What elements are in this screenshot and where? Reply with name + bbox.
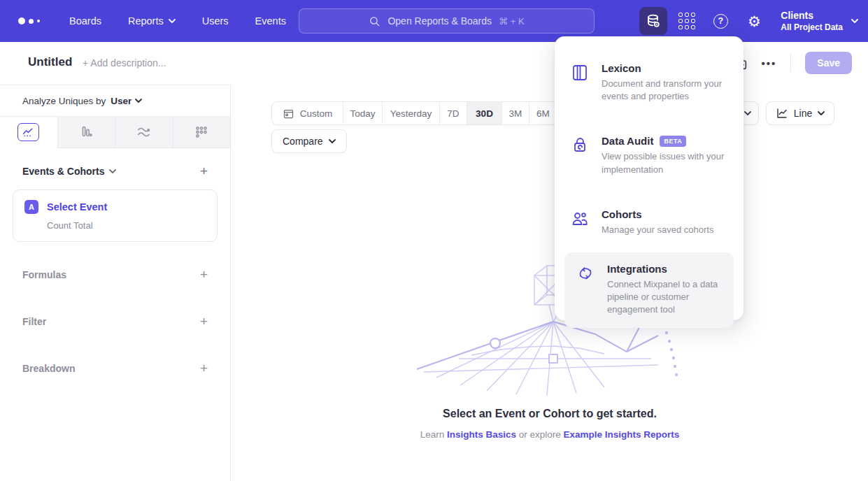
help-button[interactable]: ? — [706, 7, 734, 35]
breakdown-section: Breakdown + — [22, 361, 208, 375]
lexicon-book-icon — [570, 63, 590, 82]
project-name: Clients — [781, 10, 843, 21]
formulas-section: Formulas + — [22, 268, 208, 281]
date-range-7d[interactable]: 7D — [440, 102, 467, 124]
series-badge: A — [24, 200, 38, 214]
chevron-down-icon — [135, 99, 142, 103]
menu-item-integrations[interactable]: Integrations Connect Mixpanel to a data … — [564, 252, 734, 328]
add-formula-button[interactable]: + — [200, 268, 208, 281]
learn-prefix: Learn — [420, 429, 447, 440]
event-card[interactable]: A Select Event Count Total — [13, 189, 218, 242]
dots-grid-icon — [194, 124, 209, 140]
menu-item-desc: View possible issues with your implement… — [602, 150, 726, 175]
divider — [790, 54, 791, 72]
menu-item-title: Cohorts — [602, 208, 642, 220]
menu-item-lexicon[interactable]: Lexicon Document and transform your even… — [555, 55, 744, 112]
search-shortcut: ⌘ + K — [499, 16, 525, 27]
save-button[interactable]: Save — [805, 52, 852, 74]
menu-item-title: Integrations — [607, 263, 667, 275]
empty-state-links: Learn Insights Basics or explore Example… — [232, 429, 868, 440]
or-explore-text: or explore — [516, 429, 564, 440]
tab-line-chart[interactable] — [0, 117, 58, 148]
search-input[interactable]: Open Reports & Boards ⌘ + K — [299, 8, 595, 34]
nav-item-users[interactable]: Users — [202, 15, 229, 27]
help-icon: ? — [713, 14, 728, 29]
line-chart-icon — [776, 107, 788, 120]
example-insights-reports-link[interactable]: Example Insights Reports — [564, 429, 680, 440]
chevron-down-icon — [818, 111, 825, 115]
calendar-icon — [283, 108, 294, 120]
events-cohorts-toggle[interactable]: Events & Cohorts — [22, 166, 116, 177]
project-scope: All Project Data — [781, 22, 843, 32]
stream-icon — [136, 124, 152, 141]
project-switcher[interactable]: Clients All Project Data — [781, 10, 858, 32]
gear-icon: ⚙ — [748, 14, 761, 29]
chevron-down-icon — [851, 19, 858, 23]
bar-chart-icon — [78, 124, 94, 140]
menu-item-cohorts[interactable]: Cohorts Manage your saved cohorts — [555, 201, 744, 245]
menu-item-title: Lexicon — [602, 62, 641, 74]
insights-basics-link[interactable]: Insights Basics — [447, 429, 516, 440]
date-range-today[interactable]: Today — [343, 102, 383, 124]
top-navbar: Boards Reports Users Events Open Reports… — [0, 0, 868, 42]
chevron-down-icon — [329, 139, 336, 143]
data-management-menu: Lexicon Document and transform your even… — [555, 36, 744, 320]
report-header-actions: ••• Save — [733, 52, 852, 74]
date-range-custom[interactable]: Custom — [272, 102, 343, 124]
menu-item-data-audit[interactable]: Data Audit BETA View possible issues wit… — [555, 127, 744, 185]
data-audit-icon — [570, 136, 590, 155]
settings-button[interactable]: ⚙ — [740, 7, 768, 35]
mixpanel-logo-icon[interactable] — [18, 17, 40, 24]
data-management-button[interactable] — [639, 7, 667, 35]
add-description-field[interactable]: + Add description... — [83, 57, 166, 69]
menu-item-title: Data Audit — [602, 135, 653, 147]
search-icon — [369, 15, 380, 27]
formulas-label: Formulas — [22, 269, 66, 280]
filter-label: Filter — [22, 316, 46, 327]
integrations-sync-icon — [576, 264, 595, 283]
compare-button[interactable]: Compare — [271, 129, 347, 153]
add-event-button[interactable]: + — [200, 164, 208, 178]
sidebar-sections: Events & Cohorts + A Select Event Count … — [0, 164, 230, 375]
line-chart-icon — [17, 123, 39, 141]
breakdown-label: Breakdown — [22, 363, 75, 374]
chart-type-dropdown[interactable]: Line — [766, 101, 834, 125]
date-range-6m[interactable]: 6M — [529, 102, 557, 124]
date-range-yesterday[interactable]: Yesterday — [383, 102, 440, 124]
beta-badge: BETA — [660, 136, 686, 147]
nav-item-events[interactable]: Events — [255, 15, 286, 27]
events-cohorts-header: Events & Cohorts + — [22, 164, 208, 178]
database-gear-icon — [645, 13, 662, 29]
report-title[interactable]: Untitled — [28, 55, 72, 69]
apps-grid-button[interactable] — [673, 7, 701, 35]
filter-section: Filter + — [22, 315, 208, 328]
aggregation-selector[interactable]: Count Total — [47, 220, 206, 231]
chevron-down-icon — [744, 111, 751, 115]
query-sidebar: Analyze Uniques by User — [0, 85, 231, 481]
nav-menu: Boards Reports Users Events — [69, 15, 286, 27]
nav-item-boards[interactable]: Boards — [69, 15, 101, 27]
analyze-row: Analyze Uniques by User — [0, 85, 230, 117]
nav-item-reports[interactable]: Reports — [128, 15, 176, 27]
analyze-label: Analyze Uniques by — [22, 96, 106, 106]
tab-flow-chart[interactable] — [115, 117, 173, 148]
search-placeholder: Open Reports & Boards — [387, 15, 492, 27]
menu-item-desc: Manage your saved cohorts — [602, 224, 713, 236]
select-event-button[interactable]: Select Event — [47, 201, 107, 213]
chevron-down-icon — [109, 169, 116, 173]
grid-icon — [678, 13, 695, 29]
menu-item-desc: Connect Mixpanel to a data pipeline or c… — [607, 278, 725, 317]
cohorts-people-icon — [570, 209, 590, 229]
tab-bar-chart[interactable] — [58, 117, 116, 148]
chevron-down-icon — [169, 19, 176, 23]
add-filter-button[interactable]: + — [200, 315, 208, 328]
empty-state-title: Select an Event or Cohort to get started… — [232, 408, 868, 420]
date-range-30d[interactable]: 30D — [467, 102, 502, 124]
date-range-3m[interactable]: 3M — [502, 102, 529, 124]
add-breakdown-button[interactable]: + — [200, 361, 208, 375]
analyze-by-selector[interactable]: User — [111, 96, 142, 106]
navbar-right: ? ⚙ Clients All Project Data — [639, 0, 858, 42]
tab-metrics-grid[interactable] — [173, 117, 231, 148]
more-options-button[interactable]: ••• — [762, 58, 777, 69]
menu-item-desc: Document and transform your events and p… — [602, 78, 726, 103]
